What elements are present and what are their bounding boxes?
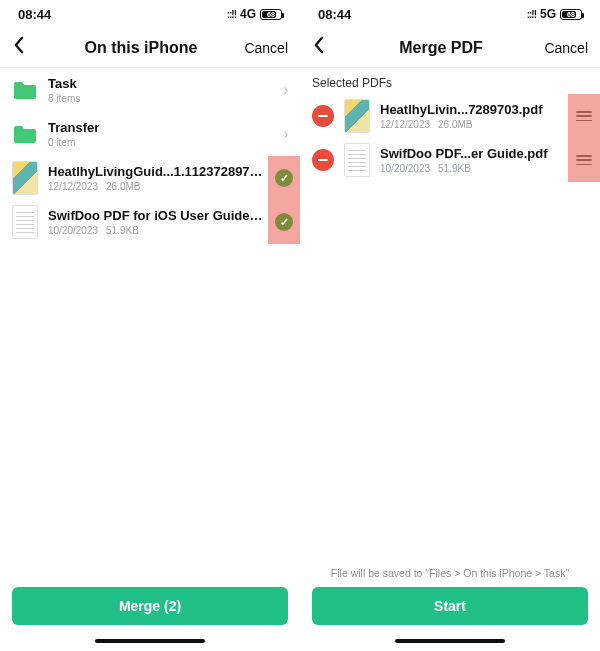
cancel-button[interactable]: Cancel [242,40,288,56]
home-indicator [395,639,505,643]
selected-pdf-list: HeatlhyLivin...7289703.pdf 12/12/2023 26… [300,94,600,331]
chevron-right-icon: › [272,81,300,99]
nav-header: On this iPhone Cancel [0,28,300,68]
screen-merge-pdf: 08:44 ::!! 5G 68 Merge PDF Cancel Select… [300,0,600,651]
network-label: 5G [540,7,556,21]
check-icon: ✓ [275,169,293,187]
drag-handle[interactable] [568,94,600,138]
folder-sub: 0 item [48,137,75,148]
nav-header: Merge PDF Cancel [300,28,600,68]
minus-icon [318,115,328,117]
network-label: 4G [240,7,256,21]
page-title: Merge PDF [340,39,542,57]
selected-file-row: SwifDoo PDF...er Guide.pdf 10/20/2023 51… [300,138,600,182]
drag-handle[interactable] [568,138,600,182]
file-size: 26.0MB [438,119,472,130]
file-thumbnail [344,99,370,133]
merge-button[interactable]: Merge (2) [12,587,288,625]
back-button[interactable] [312,36,340,59]
selected-file-row: HeatlhyLivin...7289703.pdf 12/12/2023 26… [300,94,600,138]
file-date: 12/12/2023 [380,119,430,130]
folder-row[interactable]: Transfer 0 item › [0,112,300,156]
check-icon: ✓ [275,213,293,231]
signal-icon: ::!! [227,9,236,20]
file-thumbnail [12,205,38,239]
home-indicator [95,639,205,643]
remove-button[interactable] [312,105,334,127]
start-button[interactable]: Start [312,587,588,625]
file-list: Task 8 items › Transfer 0 item › [0,68,300,326]
file-date: 12/12/2023 [48,181,98,192]
back-button[interactable] [12,36,40,59]
status-time: 08:44 [18,7,51,22]
file-name: HeatlhyLivingGuid...1.11237289703.pdf [48,164,264,179]
save-location-note: File will be saved to "Files > On this i… [300,567,600,583]
chevron-right-icon: › [272,125,300,143]
status-time: 08:44 [318,7,351,22]
folder-row[interactable]: Task 8 items › [0,68,300,112]
file-name: SwifDoo PDF...er Guide.pdf [380,146,564,161]
file-thumbnail [12,161,38,195]
cancel-button[interactable]: Cancel [542,40,588,56]
drag-icon [576,155,592,165]
status-bar: 08:44 ::!! 4G 68 [0,0,300,28]
file-size: 51.9KB [106,225,139,236]
file-date: 10/20/2023 [380,163,430,174]
page-title: On this iPhone [40,39,242,57]
file-name: SwifDoo PDF for iOS User Guide.pdf [48,208,264,223]
remove-button[interactable] [312,149,334,171]
drag-icon [576,111,592,121]
file-row[interactable]: HeatlhyLivingGuid...1.11237289703.pdf 12… [0,156,300,200]
screen-file-picker: 08:44 ::!! 4G 68 On this iPhone Cancel [0,0,300,651]
file-row[interactable]: SwifDoo PDF for iOS User Guide.pdf 10/20… [0,200,300,244]
file-name: HeatlhyLivin...7289703.pdf [380,102,564,117]
selection-checkbox[interactable]: ✓ [268,156,300,200]
folder-icon [12,77,38,103]
folder-sub: 8 items [48,93,80,104]
file-size: 51.9KB [438,163,471,174]
file-date: 10/20/2023 [48,225,98,236]
section-label: Selected PDFs [300,68,600,94]
folder-icon [12,121,38,147]
folder-name: Transfer [48,120,268,135]
battery-icon: 68 [560,9,582,20]
minus-icon [318,159,328,161]
battery-icon: 68 [260,9,282,20]
file-thumbnail [344,143,370,177]
file-size: 26.0MB [106,181,140,192]
selection-checkbox[interactable]: ✓ [268,200,300,244]
signal-icon: ::!! [527,9,536,20]
folder-name: Task [48,76,268,91]
status-bar: 08:44 ::!! 5G 68 [300,0,600,28]
